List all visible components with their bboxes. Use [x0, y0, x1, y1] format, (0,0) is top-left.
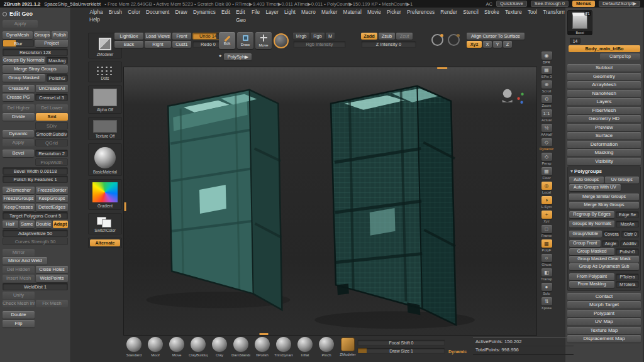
lazy-mouse-button[interactable]	[448, 34, 460, 46]
frame-button[interactable]: □Frame	[538, 225, 555, 238]
color-picker-slot[interactable]: Gradient	[88, 179, 122, 210]
editgeo-blur[interactable]: Blur	[3, 40, 34, 47]
menu-stencil[interactable]: Stencil	[460, 8, 482, 16]
palette-polypaint[interactable]: Polypaint	[567, 310, 641, 317]
editgeo-bevel-width-0-00118[interactable]: Bevel Width 0.00118	[3, 167, 68, 175]
right-view-button[interactable]: Right	[145, 41, 171, 48]
m-button[interactable]: M	[326, 33, 335, 40]
align-cursor-button[interactable]: Align Cursor To Surface	[467, 33, 525, 40]
palette-surface[interactable]: Surface	[567, 132, 641, 140]
switch-color-slot[interactable]: SwitchColor	[88, 213, 122, 234]
editgeo-smt[interactable]: Smt	[36, 113, 68, 121]
zoom-button[interactable]: ⊙Zoom	[538, 95, 555, 107]
polygroups-polishg[interactable]: PolishG	[616, 248, 639, 255]
edit-button[interactable]: Edit	[219, 32, 235, 49]
editgeo-keepgroups[interactable]: KeepGroups	[36, 195, 68, 202]
editgeo-crease-pg[interactable]: Crease PG	[3, 94, 34, 101]
canvas-left-handle[interactable]	[125, 202, 126, 211]
editgeo-double[interactable]: Double	[3, 311, 35, 319]
editgeo-resolution-2[interactable]: Resolution 2	[35, 150, 68, 157]
alpha-slot[interactable]: Alpha Off	[88, 85, 122, 114]
brush-zmodeler[interactable]: ZModeler	[338, 337, 357, 357]
menu-layer[interactable]: Layer	[263, 8, 282, 16]
editgeo-resolution-128[interactable]: Resolution 128	[3, 48, 68, 56]
polygroups-group-front[interactable]: Group Front	[569, 240, 601, 247]
palette-nanomesh[interactable]: NanoMesh	[567, 90, 641, 97]
menu-movie[interactable]: Movie	[364, 8, 384, 16]
brush-damstandard[interactable]: DamStandard	[231, 337, 250, 357]
z-button[interactable]: Z	[503, 41, 512, 48]
load-views-button[interactable]: Load Views	[145, 33, 171, 40]
actual-button[interactable]: 1:1Actual	[538, 109, 555, 122]
polygroups-header[interactable]: ▾Polygroups	[569, 168, 639, 175]
editgeo-creaselvl-3[interactable]: CreaseLvl 3	[35, 94, 68, 101]
editgeo-merge-stray-groups[interactable]: Merge Stray Groups	[3, 65, 68, 73]
editgeo-adaptivesize-50[interactable]: AdaptiveSize 50	[3, 229, 68, 237]
polygroups-merge-stray-groups[interactable]: Merge Stray Groups	[569, 202, 639, 209]
polygroups-regroup-by-edges[interactable]: Regroup By Edges	[569, 211, 614, 218]
polyf-button[interactable]: ▦PolyF	[538, 239, 555, 252]
editgeo-smoothsubdiv[interactable]: SmoothSubdiv	[35, 130, 68, 138]
polygroups-covera[interactable]: Covera	[603, 231, 621, 238]
see-through-slider[interactable]: See-through 0	[531, 1, 569, 7]
y-button[interactable]: Y	[493, 41, 502, 48]
menu-draw[interactable]: Draw	[172, 8, 190, 16]
back-view-button[interactable]: Back	[114, 41, 143, 48]
dynamic-button[interactable]: ◇Dynamic	[538, 138, 555, 151]
menu-material[interactable]: Material	[340, 8, 364, 16]
menu-stroke[interactable]: Stroke	[481, 8, 502, 16]
tool-thumb-boxxi[interactable]: Boxxi 71	[567, 10, 592, 35]
palette-preview[interactable]: Preview	[567, 124, 641, 131]
menu-render[interactable]: Render	[438, 8, 460, 16]
menu-file[interactable]: File	[248, 8, 262, 16]
brush-hpolish[interactable]: hPolish	[253, 337, 272, 357]
palette-layers[interactable]: Layers	[567, 98, 641, 106]
material-slot[interactable]: BasicMaterial	[88, 143, 122, 176]
editgeo-group-masked[interactable]: Group Masked	[3, 74, 45, 82]
polygroups-groupvisible[interactable]: GroupVisible	[569, 231, 602, 238]
editgeo-adapt[interactable]: Adapt	[53, 221, 69, 228]
mrgb-button[interactable]: Mrgb	[293, 33, 309, 40]
polygroups-merge-similar-groups[interactable]: Merge Similar Groups	[569, 194, 639, 200]
palette-uv-map[interactable]: UV Map	[567, 318, 641, 326]
xpose-button[interactable]: ⇅Xpose	[538, 297, 555, 310]
persp-button[interactable]: ◇Persp	[538, 153, 555, 165]
pivot-button[interactable]: +Xyz	[538, 211, 555, 223]
editgeo-polish-by-features-1[interactable]: Polish By Features 1	[3, 175, 68, 183]
editgeo-uncreaseall[interactable]: UnCreaseAll	[36, 85, 68, 92]
local-button[interactable]: ◎Local	[538, 182, 555, 194]
front-view-button[interactable]: Front	[172, 33, 191, 40]
palette-visibility[interactable]: Visibility	[567, 158, 641, 165]
brush-moof[interactable]: Moof	[146, 337, 165, 357]
brush-standard[interactable]: Standard	[125, 337, 143, 357]
menus-button[interactable]: Menus	[572, 1, 595, 7]
menu-marker[interactable]: Marker	[318, 8, 340, 16]
active-subtool-button[interactable]: Body_main_triBo	[569, 45, 640, 52]
editgeo-groups-by-normals[interactable]: Groups By Normals	[3, 57, 45, 64]
palette-arraymesh[interactable]: ArrayMesh	[567, 81, 641, 89]
dynamic-toggle[interactable]: Dynamic	[448, 349, 467, 354]
menu-texture[interactable]: Texture	[502, 8, 525, 16]
canvas-bottom-handle[interactable]	[260, 333, 269, 335]
editgeo-divide[interactable]: Divide	[3, 113, 35, 121]
default-zscript-button[interactable]: DefaultZScript▶	[599, 1, 640, 7]
aahalf-button[interactable]: ½AAHalf	[538, 124, 555, 136]
editgeo-weldpoints[interactable]: WeldPoints	[36, 275, 68, 282]
bpr-button[interactable]: ◉BPR	[538, 52, 555, 64]
editgeo-freezegroups[interactable]: FreezeGroups	[3, 195, 35, 202]
editgeo-maxang[interactable]: MaxAng	[47, 57, 69, 64]
polygroups-from-masking[interactable]: From Masking	[569, 281, 614, 288]
editgeo-freezeborder[interactable]: FreezeBorder	[36, 187, 68, 194]
palette-geometry-hd[interactable]: Geometry HD	[567, 115, 641, 123]
editgeo-flip[interactable]: Flip	[3, 320, 35, 327]
polygroups-uv-groups[interactable]: Uv Groups	[605, 177, 640, 184]
polygroups-clstr-0[interactable]: Clstr 0	[621, 231, 639, 238]
editgeo-half[interactable]: Half	[3, 221, 18, 228]
navigation-gizmo[interactable]	[502, 89, 524, 104]
menu-help[interactable]: Help	[89, 17, 100, 23]
polygroups-auto-groups-with-uv[interactable]: Auto Groups With UV	[569, 184, 621, 191]
rgb-intensity-slider[interactable]: Rgb Intensity	[293, 41, 346, 48]
model-left-crate[interactable]	[168, 90, 282, 310]
transp-button[interactable]: ◧Transp	[538, 268, 555, 281]
brush-clay[interactable]: Clay	[210, 337, 229, 357]
